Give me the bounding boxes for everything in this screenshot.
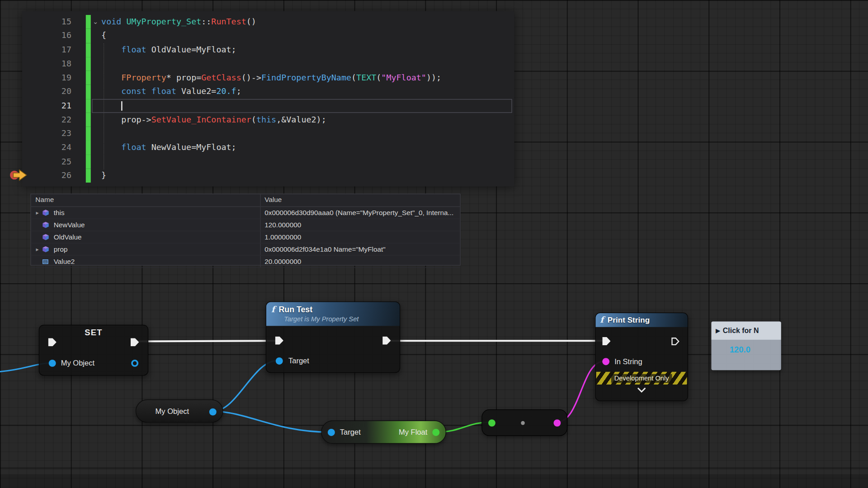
variable-type-icon <box>42 246 50 253</box>
code-text <box>100 127 101 141</box>
change-tracking-bar <box>86 99 91 113</box>
code-text: float NewValue=MyFloat; <box>100 141 236 155</box>
function-icon: f <box>271 304 275 314</box>
change-tracking-bar <box>86 85 91 99</box>
my-float-getter-node[interactable]: Target My Float <box>321 421 446 444</box>
my-object-variable-node[interactable]: My Object <box>136 399 223 422</box>
fold-chevron-icon[interactable]: ⌄ <box>91 15 100 29</box>
exec-out-pin-icon[interactable] <box>382 336 391 344</box>
fold-column <box>91 85 100 99</box>
fold-column <box>91 99 100 113</box>
code-text: { <box>100 29 107 43</box>
change-tracking-bar <box>86 57 91 71</box>
watch-row-OldValue[interactable]: OldValue1.00000000 <box>31 231 460 244</box>
code-line-22[interactable]: 22 prop->SetValue_InContainer(this,&Valu… <box>22 113 514 127</box>
print-string-node[interactable]: f Print String In String Development Onl… <box>595 313 688 401</box>
change-tracking-bar <box>86 127 91 141</box>
my-float-label: My Float <box>399 428 427 436</box>
in-string-pin[interactable] <box>602 358 609 365</box>
float-in-pin[interactable] <box>488 419 495 427</box>
set-input-label: My Object <box>61 359 94 367</box>
debug-value-bubble[interactable]: ▶ Click for N 120.0 <box>711 321 781 370</box>
code-line-20[interactable]: 20 const float Value2=20.f; <box>22 85 514 99</box>
float-to-string-conversion-node[interactable] <box>481 409 567 436</box>
watch-name-cell: ▸this <box>31 207 261 219</box>
variable-name: prop <box>54 245 68 253</box>
code-text: const float Value2=20.f; <box>100 85 241 99</box>
exec-out-pin-icon[interactable] <box>131 338 139 346</box>
fold-column <box>91 127 100 141</box>
code-text: void UMyProperty_Set::RunTest() <box>100 15 256 29</box>
code-line-26[interactable]: 26} <box>22 169 514 183</box>
bubble-label: Click for N <box>723 326 759 334</box>
exec-out-hollow-pin-icon[interactable] <box>671 337 680 346</box>
text-caret <box>121 101 122 110</box>
variable-type-icon <box>42 221 50 229</box>
target-pin-label: Target <box>288 357 309 365</box>
change-tracking-bar <box>86 155 91 169</box>
change-tracking-bar <box>86 29 91 43</box>
function-icon: f <box>600 315 604 325</box>
code-line-21[interactable]: 21 <box>22 99 514 113</box>
code-line-16[interactable]: 16{ <box>22 29 514 43</box>
code-line-25[interactable]: 25 <box>22 155 514 169</box>
object-out-pin[interactable] <box>131 360 138 367</box>
object-wire-myobject-to-getter[interactable] <box>214 411 329 432</box>
print-string-header: f Print String <box>596 313 688 327</box>
code-text: } <box>100 169 107 183</box>
exec-in-pin-icon[interactable] <box>48 338 57 346</box>
watch-row-Value2[interactable]: Value220.0000000 <box>31 256 460 268</box>
current-statement-arrow-icon[interactable] <box>9 168 29 183</box>
object-out-pin[interactable] <box>209 408 217 415</box>
line-number: 26 <box>22 169 86 183</box>
exec-in-pin-icon[interactable] <box>602 337 610 345</box>
target-pin[interactable] <box>276 357 283 365</box>
watch-name-cell: OldValue <box>31 231 261 243</box>
code-line-23[interactable]: 23 <box>22 127 514 141</box>
expand-chevron-icon[interactable] <box>637 387 646 393</box>
float-out-pin[interactable] <box>432 428 439 436</box>
code-text <box>100 99 123 113</box>
code-text: float OldValue=MyFloat; <box>100 43 236 57</box>
code-line-18[interactable]: 18 <box>22 57 514 71</box>
variable-name: NewValue <box>54 221 85 229</box>
change-tracking-bar <box>86 169 91 183</box>
string-out-pin[interactable] <box>553 419 561 427</box>
variable-name: OldValue <box>54 233 82 241</box>
code-line-15[interactable]: 15⌄void UMyProperty_Set::RunTest() <box>22 15 514 29</box>
graph-bottom-shade <box>0 474 868 488</box>
line-number: 18 <box>22 57 86 71</box>
blueprint-graph-canvas[interactable]: SET My Object f Run Test Target is My Pr… <box>0 0 868 488</box>
watch-name-cell: ▸prop <box>31 244 261 255</box>
conversion-dot-icon <box>521 421 525 425</box>
watch-panel[interactable]: Name Value ▸this0x000006d30d90aaa0 (Name… <box>30 194 460 266</box>
bubble-header[interactable]: ▶ Click for N <box>711 321 781 339</box>
exec-in-pin-icon[interactable] <box>275 336 283 344</box>
watch-column-name[interactable]: Name <box>31 194 261 206</box>
target-in-pin[interactable] <box>328 428 335 436</box>
watch-column-value[interactable]: Value <box>261 194 460 206</box>
run-test-title: Run Test <box>278 305 312 314</box>
run-test-header: f Run Test Target is My Property Set <box>266 302 400 326</box>
expand-triangle-icon[interactable]: ▸ <box>34 246 41 252</box>
run-test-node[interactable]: f Run Test Target is My Property Set Tar… <box>266 301 401 373</box>
variable-type-icon <box>42 258 50 265</box>
object-in-pin[interactable] <box>49 360 56 367</box>
development-only-band: Development Only <box>596 372 687 385</box>
watch-row-prop[interactable]: ▸prop0x000006d2f034e1a0 Name="MyFloat" <box>31 244 460 256</box>
change-tracking-bar <box>86 71 91 85</box>
variable-type-icon <box>42 209 50 216</box>
variable-type-icon <box>42 234 50 241</box>
expand-triangle-icon[interactable]: ▸ <box>34 210 41 216</box>
watch-row-NewValue[interactable]: NewValue120.000000 <box>31 219 460 231</box>
code-editor-panel[interactable]: 15⌄void UMyProperty_Set::RunTest()16{17 … <box>22 11 514 186</box>
set-node[interactable]: SET My Object <box>39 325 148 376</box>
code-line-24[interactable]: 24 float NewValue=MyFloat; <box>22 141 514 155</box>
watch-row-this[interactable]: ▸this0x000006d30d90aaa0 (Name="MyPropert… <box>31 207 460 219</box>
code-line-17[interactable]: 17 float OldValue=MyFloat; <box>22 43 514 57</box>
development-only-label: Development Only <box>611 374 672 383</box>
variable-value: 0x000006d30d90aaa0 (Name="MyProperty_Set… <box>261 207 460 219</box>
exec-wire-set-to-runtest[interactable] <box>137 341 276 341</box>
code-line-19[interactable]: 19 FProperty* prop=GetClass()->FindPrope… <box>22 71 514 85</box>
change-tracking-bar <box>86 113 91 127</box>
